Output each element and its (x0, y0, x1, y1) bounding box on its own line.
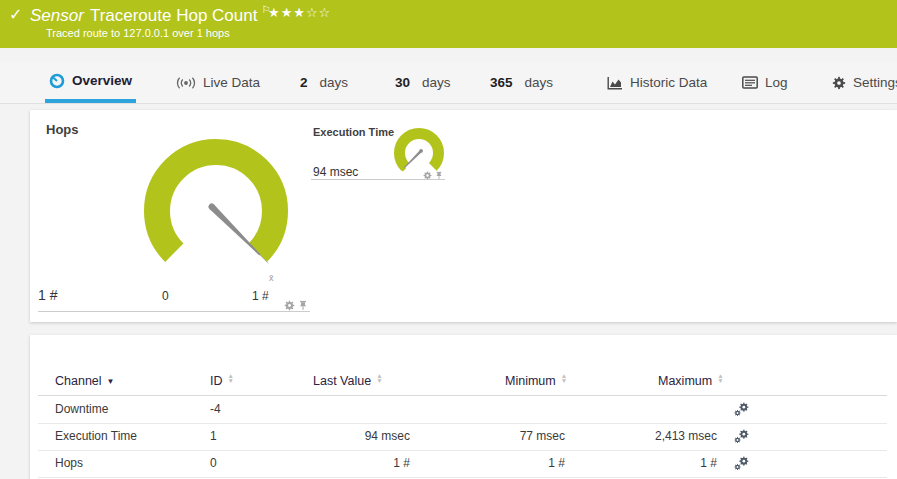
tab-log-label: Log (765, 75, 788, 90)
column-header-id[interactable]: ID▲▼ (210, 368, 234, 395)
tab-2-days[interactable]: 2 days (296, 62, 352, 103)
stars-empty: ☆☆ (306, 5, 331, 20)
execution-time-gauge-tools (423, 171, 443, 180)
hops-gauge-title: Hops (46, 122, 79, 137)
sensor-status-message: Traced route to 127.0.0.1 over 1 hops (46, 27, 230, 39)
tab-settings-label: Settings (853, 75, 897, 90)
sensor-kind-label: Sensor (30, 6, 84, 25)
cell-last-value: 1 # (238, 450, 410, 477)
sensor-header: ✓ SensorTraceroute Hop Count⚐ ★★★☆☆ Trac… (0, 0, 897, 48)
column-header-last-value-label: Last Value (313, 374, 371, 388)
cell-channel: Execution Time (55, 423, 137, 450)
column-header-id-label: ID (210, 374, 223, 388)
tab-2-days-number: 2 (300, 75, 308, 90)
hops-gauge-divider (38, 311, 310, 312)
tab-30-days-number: 30 (395, 75, 410, 90)
sort-icon: ▲▼ (228, 373, 234, 383)
tab-365-days[interactable]: 365 days (486, 62, 557, 103)
cell-id: -4 (210, 396, 221, 423)
column-header-channel[interactable]: Channel▼ (55, 368, 115, 395)
channel-settings-gears-icon[interactable] (734, 429, 749, 444)
column-header-minimum-label: Minimum (505, 374, 556, 388)
tab-bar-divider (0, 103, 897, 104)
tab-settings[interactable]: Settings (828, 62, 897, 103)
pin-icon[interactable] (435, 171, 443, 180)
hops-gauge[interactable] (136, 133, 300, 297)
cell-id: 1 (210, 423, 217, 450)
column-header-minimum[interactable]: Minimum▲▼ (505, 368, 567, 395)
tab-live-data[interactable]: Live Data (172, 62, 264, 103)
column-header-channel-label: Channel (55, 374, 102, 388)
gear-icon[interactable] (284, 300, 295, 311)
table-row-hops[interactable]: Hops 0 1 # 1 # 1 # (38, 450, 887, 478)
stars-filled: ★★★ (268, 5, 306, 20)
tab-historic-data-label: Historic Data (630, 75, 707, 90)
tab-bar: Overview Live Data 2 days 30 days 365 da… (0, 62, 897, 103)
table-row-execution-time[interactable]: Execution Time 1 94 msec 77 msec 2,413 m… (38, 423, 887, 451)
tab-30-days-label: days (422, 75, 451, 90)
hops-gauge-max-label: 1 # (252, 289, 269, 303)
gear-icon (832, 76, 846, 90)
channel-settings-gears-icon[interactable] (734, 456, 749, 471)
sort-icon: ▲▼ (717, 373, 723, 383)
hops-current-value: 1 # (38, 287, 57, 303)
hops-gauge-tools (284, 300, 308, 311)
tab-live-data-label: Live Data (203, 75, 260, 90)
status-ok-icon: ✓ (9, 5, 22, 24)
hops-gauge-average-marker: x̄ (269, 273, 274, 283)
tab-2-days-label: days (320, 75, 349, 90)
tab-overview-label: Overview (72, 73, 132, 88)
gear-icon[interactable] (423, 171, 432, 180)
tab-overview[interactable]: Overview (45, 62, 136, 103)
tab-log[interactable]: Log (738, 62, 792, 103)
channels-table-header: Channel▼ ID▲▼ Last Value▲▼ Minimum▲▼ Max… (38, 368, 887, 396)
tab-365-days-number: 365 (490, 75, 513, 90)
page-title: Traceroute Hop Count (90, 6, 258, 25)
column-header-last-value[interactable]: Last Value▲▼ (313, 368, 383, 395)
cell-channel: Hops (55, 450, 83, 477)
channels-table-panel: Channel▼ ID▲▼ Last Value▲▼ Minimum▲▼ Max… (30, 335, 897, 479)
pin-icon[interactable] (298, 300, 308, 311)
cell-id: 0 (210, 450, 217, 477)
cell-last-value: 94 msec (238, 423, 410, 450)
sort-icon: ▲▼ (376, 373, 382, 383)
sensor-title-line: SensorTraceroute Hop Count⚐ (30, 4, 270, 26)
channel-settings-gears-icon[interactable] (734, 402, 749, 417)
log-icon (742, 76, 758, 89)
cell-maximum: 2,413 msec (538, 423, 717, 450)
cell-maximum: 1 # (538, 450, 717, 477)
execution-time-gauge-title: Execution Time (313, 126, 394, 138)
prtg-sensor-page: ✓ SensorTraceroute Hop Count⚐ ★★★☆☆ Trac… (0, 0, 897, 479)
broadcast-icon (176, 77, 196, 89)
column-header-maximum-label: Maximum (658, 374, 712, 388)
gauge-icon (49, 73, 65, 89)
tab-historic-data[interactable]: Historic Data (603, 62, 711, 103)
table-row-downtime[interactable]: Downtime -4 (38, 396, 887, 424)
sort-icon: ▲▼ (561, 373, 567, 383)
chart-icon (607, 76, 623, 90)
priority-stars[interactable]: ★★★☆☆ (268, 5, 331, 20)
column-header-maximum[interactable]: Maximum▲▼ (658, 368, 724, 395)
sort-desc-icon: ▼ (107, 368, 115, 395)
execution-time-current-value: 94 msec (313, 165, 358, 179)
cell-channel: Downtime (55, 396, 108, 423)
overview-gauges-panel: Hops x̄ 0 1 # 1 # Execution Time 94 msec (30, 110, 897, 322)
hops-gauge-min-label: 0 (162, 289, 169, 303)
tab-365-days-label: days (525, 75, 554, 90)
tab-30-days[interactable]: 30 days (391, 62, 455, 103)
